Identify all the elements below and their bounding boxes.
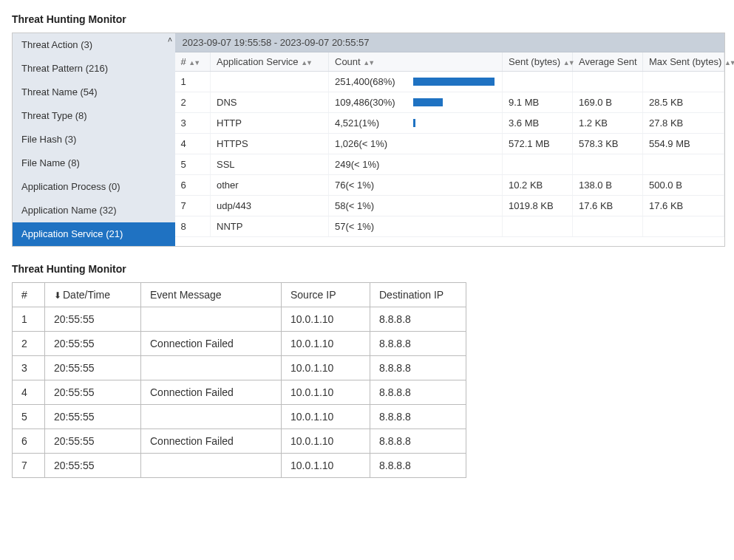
- evcol-dt[interactable]: ⬇Date/Time: [45, 283, 141, 307]
- cell-n: 4: [13, 380, 45, 405]
- cell-app: HTTPS: [211, 134, 329, 154]
- cell-sent: [503, 72, 573, 92]
- cell-app: [211, 72, 329, 92]
- main-area: 2023-09-07 19:55:58 - 2023-09-07 20:55:5…: [175, 33, 725, 246]
- cell-dt: 20:55:55: [45, 429, 141, 454]
- table-row[interactable]: 420:55:55Connection Failed10.0.1.108.8.8…: [13, 380, 466, 405]
- cell-avg: 17.6 KB: [573, 196, 643, 216]
- cell-count: 58(< 1%): [329, 196, 503, 216]
- sort-icon: ▲▼: [188, 59, 199, 66]
- cell-sent: 1019.8 KB: [503, 196, 573, 216]
- cell-sent: 572.1 MB: [503, 134, 573, 154]
- cell-src: 10.0.1.10: [282, 332, 370, 356]
- col-num[interactable]: # ▲▼: [175, 52, 211, 72]
- cell-dst: 8.8.8.8: [370, 307, 466, 332]
- table-row[interactable]: 620:55:55Connection Failed10.0.1.108.8.8…: [13, 429, 466, 454]
- table-row[interactable]: 520:55:5510.0.1.108.8.8.8: [13, 405, 466, 429]
- cell-sent: [503, 216, 573, 237]
- cell-src: 10.0.1.10: [282, 429, 370, 454]
- cell-n: 3: [13, 356, 45, 380]
- cell-dst: 8.8.8.8: [370, 405, 466, 429]
- cell-count: 4,521(1%): [329, 113, 503, 134]
- cell-app: HTTP: [211, 113, 329, 134]
- cell-count: 57(< 1%): [329, 216, 503, 237]
- sidebar-item-8[interactable]: Application Service (21): [13, 222, 175, 246]
- cell-src: 10.0.1.10: [282, 380, 370, 405]
- table-row[interactable]: 6other76(< 1%)10.2 KB138.0 B500.0 B: [175, 175, 724, 196]
- cell-max: [643, 216, 724, 237]
- table-row[interactable]: 3HTTP4,521(1%)3.6 MB1.2 KB27.8 KB: [175, 113, 724, 134]
- sidebar-item-7[interactable]: Application Name (32): [13, 199, 175, 222]
- table-row[interactable]: 720:55:5510.0.1.108.8.8.8: [13, 454, 466, 478]
- col-avg[interactable]: Average Sent: [573, 52, 643, 72]
- table-row[interactable]: 220:55:55Connection Failed10.0.1.108.8.8…: [13, 332, 466, 356]
- sidebar-item-3[interactable]: Threat Type (8): [13, 104, 175, 128]
- page-title-2: Threat Hunting Monitor: [12, 263, 722, 275]
- sidebar-item-2[interactable]: Threat Name (54): [13, 81, 175, 104]
- cell-num: 8: [175, 216, 211, 237]
- cell-count: 76(< 1%): [329, 175, 503, 196]
- col-count[interactable]: Count ▲▼: [329, 52, 503, 72]
- cell-dt: 20:55:55: [45, 307, 141, 332]
- table-row[interactable]: 120:55:5510.0.1.108.8.8.8: [13, 307, 466, 332]
- sort-icon: ▲▼: [563, 59, 574, 66]
- cell-n: 2: [13, 332, 45, 356]
- scroll-up-icon[interactable]: ʌ: [168, 35, 172, 43]
- cell-msg: Connection Failed: [141, 380, 282, 405]
- sidebar-item-5[interactable]: File Name (8): [13, 151, 175, 175]
- cell-dst: 8.8.8.8: [370, 380, 466, 405]
- cell-msg: Connection Failed: [141, 429, 282, 454]
- cell-max: 500.0 B: [643, 175, 724, 196]
- cell-sent: 10.2 KB: [503, 175, 573, 196]
- cell-msg: [141, 356, 282, 380]
- col-max[interactable]: Max Sent (bytes) ▲▼: [643, 52, 724, 72]
- cell-n: 7: [13, 454, 45, 478]
- table-row[interactable]: 1251,400(68%): [175, 72, 724, 92]
- evcol-msg[interactable]: Event Message: [141, 283, 282, 307]
- sort-icon: ▲▼: [724, 59, 734, 66]
- cell-count: 249(< 1%): [329, 154, 503, 175]
- sidebar-item-1[interactable]: Threat Pattern (216): [13, 57, 175, 81]
- cell-app: DNS: [211, 92, 329, 113]
- cell-num: 4: [175, 134, 211, 154]
- evcol-num[interactable]: #: [13, 283, 45, 307]
- sidebar-item-6[interactable]: Application Process (0): [13, 175, 175, 199]
- cell-max: [643, 72, 724, 92]
- cell-avg: 578.3 KB: [573, 134, 643, 154]
- cell-max: 27.8 KB: [643, 113, 724, 134]
- cell-count: 109,486(30%): [329, 92, 503, 113]
- cell-app: other: [211, 175, 329, 196]
- col-app[interactable]: Application Service ▲▼: [211, 52, 329, 72]
- cell-dt: 20:55:55: [45, 405, 141, 429]
- cell-dt: 20:55:55: [45, 356, 141, 380]
- sort-desc-icon: ⬇: [54, 290, 61, 301]
- cell-sent: 3.6 MB: [503, 113, 573, 134]
- cell-avg: [573, 216, 643, 237]
- events-table: # ⬇Date/Time Event Message Source IP Des…: [12, 282, 466, 478]
- cell-num: 2: [175, 92, 211, 113]
- evcol-dst[interactable]: Destination IP: [370, 283, 466, 307]
- sidebar-item-0[interactable]: Threat Action (3): [13, 33, 175, 57]
- time-range: 2023-09-07 19:55:58 - 2023-09-07 20:55:5…: [175, 33, 725, 52]
- evcol-src[interactable]: Source IP: [282, 283, 370, 307]
- cell-dst: 8.8.8.8: [370, 454, 466, 478]
- col-sent[interactable]: Sent (bytes) ▲▼: [503, 52, 573, 72]
- cell-avg: 1.2 KB: [573, 113, 643, 134]
- cell-dst: 8.8.8.8: [370, 429, 466, 454]
- cell-max: 17.6 KB: [643, 196, 724, 216]
- table-row[interactable]: 7udp/44358(< 1%)1019.8 KB17.6 KB17.6 KB: [175, 196, 724, 216]
- cell-app: udp/443: [211, 196, 329, 216]
- cell-app: SSL: [211, 154, 329, 175]
- cell-msg: [141, 454, 282, 478]
- cell-count: 1,026(< 1%): [329, 134, 503, 154]
- table-row[interactable]: 2DNS109,486(30%)9.1 MB169.0 B28.5 KB: [175, 92, 724, 113]
- sort-icon: ▲▼: [301, 59, 311, 66]
- table-row[interactable]: 320:55:5510.0.1.108.8.8.8: [13, 356, 466, 380]
- table-row[interactable]: 8NNTP57(< 1%): [175, 216, 724, 237]
- cell-n: 5: [13, 405, 45, 429]
- table-row[interactable]: 4HTTPS1,026(< 1%)572.1 MB578.3 KB554.9 M…: [175, 134, 724, 154]
- cell-num: 6: [175, 175, 211, 196]
- table-row[interactable]: 5SSL249(< 1%): [175, 154, 724, 175]
- cell-num: 1: [175, 72, 211, 92]
- sidebar-item-4[interactable]: File Hash (3): [13, 128, 175, 151]
